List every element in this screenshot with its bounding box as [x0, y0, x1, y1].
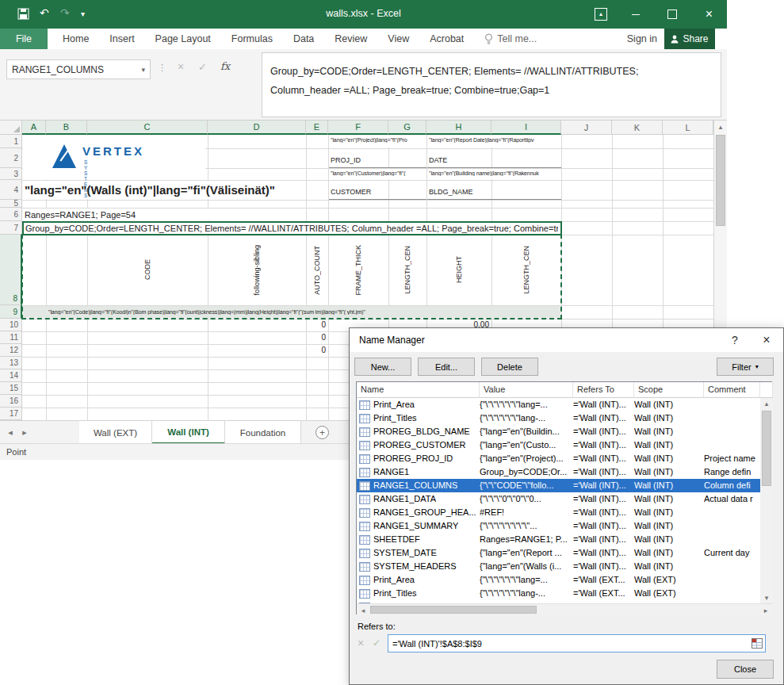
row-header-8[interactable]: 8	[0, 235, 22, 305]
column-header-j[interactable]: J	[561, 121, 612, 135]
cell-a4-title[interactable]: "lang="en"(Walls (int)"|lang="fi"(Välise…	[25, 183, 304, 197]
select-all-corner[interactable]	[0, 121, 22, 135]
refers-to-input[interactable]: ='Wall (INT)'!$A$8:$I$9	[388, 634, 766, 652]
cell-e10[interactable]: 0	[306, 320, 326, 329]
cell-f1[interactable]: "lang="en"(Project)|lang="fi"(Pro	[331, 137, 425, 143]
row-header-2[interactable]: 2	[0, 148, 22, 168]
column-header-h[interactable]: H	[426, 121, 491, 135]
rotated-header-frame-thick[interactable]: FRAME_THICK	[352, 236, 365, 304]
list-header-comment[interactable]: Comment	[704, 382, 760, 398]
column-header-d[interactable]: D	[208, 121, 306, 135]
sheet-tab-wall-int[interactable]: Wall (INT)	[152, 421, 225, 444]
rotated-header-length-cen[interactable]: LENGTH_CEN	[401, 236, 414, 304]
row-header-3[interactable]: 3	[0, 168, 22, 180]
scroll-right-icon[interactable]: ▸	[761, 606, 771, 614]
list-header-scope[interactable]: Scope	[634, 382, 704, 398]
list-horizontal-scrollbar[interactable]: ◂ ▸	[357, 603, 773, 615]
cell-e11[interactable]: 0	[306, 333, 326, 342]
list-vertical-scrollbar[interactable]: ▴ ▾	[760, 398, 773, 603]
row-header-4[interactable]: 4	[0, 180, 22, 200]
maximize-button[interactable]	[653, 0, 691, 29]
row-header-16[interactable]: 16	[0, 395, 22, 408]
row-header-10[interactable]: 10	[0, 319, 22, 331]
tab-review[interactable]: Review	[324, 33, 377, 44]
collapse-dialog-icon[interactable]	[751, 637, 763, 649]
name-row-print-area[interactable]: Print_Area{"\"\"\"\"\"\"lang=...='Wall (…	[357, 398, 760, 411]
name-row-proreg-bldg-name[interactable]: PROREG_BLDG_NAME{"lang="en"(Buildin...='…	[357, 425, 760, 438]
list-header-value[interactable]: Value	[480, 382, 573, 398]
cell-f3[interactable]: "lang="en"(Customer)|lang="fi"(	[331, 170, 425, 176]
column-header-f[interactable]: F	[328, 121, 388, 135]
name-row-system-date[interactable]: SYSTEM_DATE{"lang="en"(Report ...='Wall …	[357, 546, 760, 560]
row-header-5[interactable]: 5	[0, 200, 22, 208]
name-box[interactable]: RANGE1_COLUMNS ▾	[6, 59, 151, 79]
row-header-13[interactable]: 13	[0, 357, 22, 369]
name-row-proreg-proj-id[interactable]: PROREG_PROJ_ID{"lang="en"(Project)...='W…	[357, 452, 760, 465]
rotated-header-following-sibling[interactable]: following-sibling	[250, 236, 263, 304]
column-header-e[interactable]: E	[306, 121, 328, 135]
add-sheet-button[interactable]: +	[316, 426, 329, 439]
tab-insert[interactable]: Insert	[99, 33, 144, 44]
name-row-print-titles-ext[interactable]: Print_Titles{"\"\"\"\"\"\"lang-...='Wall…	[357, 587, 760, 600]
dialog-close-action-button[interactable]: Close	[717, 660, 774, 679]
name-row-system-headers[interactable]: SYSTEM_HEADERS{"lang="en"(Walls (i...='W…	[357, 560, 760, 573]
cell-a7[interactable]: Group_by=CODE;Order=LENGTH_CENTER; Eleme…	[25, 224, 558, 233]
row-header-15[interactable]: 15	[0, 382, 22, 395]
cell-e12[interactable]: 0	[306, 346, 326, 354]
rotated-header-height[interactable]: HEIGHT	[453, 236, 465, 304]
row-header-9[interactable]: 9	[0, 305, 22, 319]
share-button[interactable]: Share	[664, 29, 715, 49]
sign-in-link[interactable]: Sign in	[627, 29, 657, 49]
tab-data[interactable]: Data	[283, 33, 324, 44]
name-row-range1-group-header[interactable]: RANGE1_GROUP_HEA...#REF!='Wall (INT)...W…	[357, 506, 760, 519]
dialog-help-button[interactable]: ?	[721, 328, 748, 352]
cell-row9-labels[interactable]: "lang="en"(Code)|lang="fi"(Koodi)n"(Bom …	[48, 309, 559, 315]
cell-h2[interactable]: DATE	[429, 156, 447, 164]
list-header-name[interactable]: Name	[357, 382, 480, 398]
minimize-button[interactable]	[618, 0, 653, 29]
column-header-l[interactable]: L	[663, 121, 713, 135]
new-button[interactable]: New...	[354, 358, 411, 376]
name-row-range1-summary[interactable]: RANGE1_SUMMARY{"\"\"\"\"\"\"\"\"...='Wal…	[357, 519, 760, 533]
sheet-nav-right-icon[interactable]: ▸	[19, 427, 30, 438]
cell-h4[interactable]: BLDG_NAME	[429, 188, 473, 196]
row-header-14[interactable]: 14	[0, 369, 22, 382]
name-row-range1-columns-selected[interactable]: RANGE1_COLUMNS{"\"\"CODE"\"follo...='Wal…	[357, 479, 760, 492]
row-header-17[interactable]: 17	[0, 408, 22, 420]
rotated-header-length-cen-2[interactable]: LENGTH_CEN	[520, 236, 533, 304]
scrollbar-thumb[interactable]	[762, 411, 771, 486]
tab-home[interactable]: Home	[52, 33, 99, 44]
ribbon-display-options-icon[interactable]: ▴	[595, 8, 607, 21]
insert-function-icon[interactable]: fx	[220, 60, 230, 72]
column-header-a[interactable]: A	[22, 121, 46, 135]
rotated-header-code[interactable]: CODE	[141, 236, 154, 304]
sheet-tab-wall-ext[interactable]: Wall (EXT)	[79, 421, 152, 444]
row-header-6[interactable]: 6	[0, 208, 22, 221]
formula-bar-handle-icon[interactable]: ⋮	[158, 63, 166, 73]
scrollbar-thumb[interactable]	[370, 606, 537, 614]
name-row-range1[interactable]: RANGE1Group_by=CODE;Or...='Wall (INT)...…	[357, 465, 760, 479]
formula-bar[interactable]: Group_by=CODE;Order=LENGTH_CENTER; Eleme…	[262, 52, 721, 117]
column-header-k[interactable]: K	[612, 121, 663, 135]
close-button[interactable]: ×	[691, 0, 727, 29]
name-row-sheetdef[interactable]: SHEETDEFRanges=RANGE1; P...='Wall (INT).…	[357, 533, 760, 546]
row-header-11[interactable]: 11	[0, 331, 22, 344]
scroll-up-icon[interactable]: ▴	[760, 398, 773, 409]
edit-button[interactable]: Edit...	[418, 358, 475, 376]
tab-view[interactable]: View	[377, 33, 419, 44]
cell-f4[interactable]: CUSTOMER	[331, 188, 371, 196]
column-header-g[interactable]: G	[388, 121, 426, 135]
cell-a6[interactable]: Ranges=RANGE1; Page=54	[25, 210, 286, 220]
sheet-tab-foundation[interactable]: Foundation	[225, 421, 301, 444]
rotated-header-auto-count[interactable]: AUTO_COUNT	[311, 236, 323, 304]
scroll-up-icon[interactable]: ▴	[714, 121, 727, 133]
cell-h3[interactable]: "lang="en"(Building name)|lang="fi"(Rake…	[429, 170, 560, 176]
tell-me-box[interactable]: Tell me...	[474, 33, 547, 44]
cell-f2[interactable]: PROJ_ID	[331, 156, 361, 164]
tab-file[interactable]: File	[0, 29, 48, 49]
scrollbar-thumb[interactable]	[716, 135, 725, 226]
cell-h1[interactable]: "lang="en"(Report Date)|lang="fi"(Raport…	[429, 137, 560, 143]
name-row-range1-data[interactable]: RANGE1_DATA{"\"\"\"0"\"0"\"0...='Wall (I…	[357, 492, 760, 506]
tab-formulas[interactable]: Formulas	[221, 33, 283, 44]
sheet-nav-left-icon[interactable]: ◂	[5, 427, 16, 438]
